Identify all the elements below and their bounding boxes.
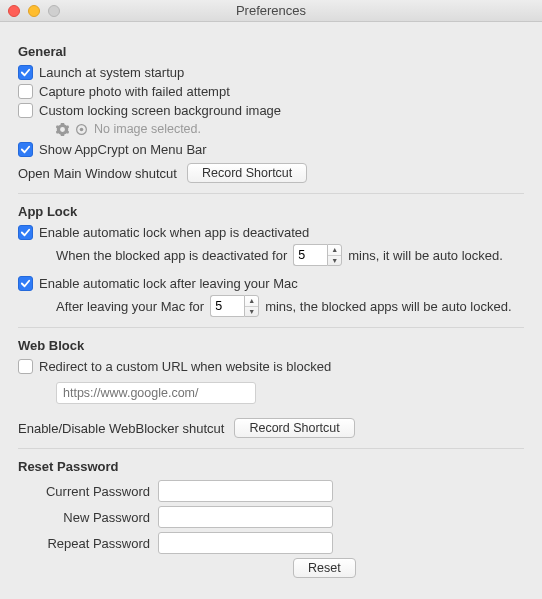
- leave-minutes-field[interactable]: ▲ ▼: [210, 295, 259, 317]
- show-menubar-checkbox[interactable]: Show AppCrypt on Menu Bar: [18, 142, 207, 157]
- divider: [18, 448, 524, 449]
- checkbox-icon: [18, 65, 33, 80]
- capture-photo-label: Capture photo with failed attempt: [39, 84, 230, 99]
- no-image-text: No image selected.: [94, 122, 201, 136]
- checkbox-icon: [18, 225, 33, 240]
- svg-point-1: [80, 127, 84, 131]
- preferences-body: General Launch at system startup Capture…: [0, 22, 542, 588]
- capture-photo-checkbox[interactable]: Capture photo with failed attempt: [18, 84, 230, 99]
- section-reset-heading: Reset Password: [18, 459, 524, 474]
- auto-lock-deactivated-label: Enable automatic lock when app is deacti…: [39, 225, 309, 240]
- reset-button[interactable]: Reset: [293, 558, 356, 578]
- deactivated-minutes-field[interactable]: ▲ ▼: [293, 244, 342, 266]
- auto-lock-leave-label: Enable automatic lock after leaving your…: [39, 276, 298, 291]
- checkbox-icon: [18, 103, 33, 118]
- stepper-down-icon[interactable]: ▼: [245, 307, 258, 317]
- titlebar: Preferences: [0, 0, 542, 22]
- deactivated-minutes-input[interactable]: [293, 244, 327, 266]
- checkbox-icon: [18, 84, 33, 99]
- repeat-password-input[interactable]: [158, 532, 333, 554]
- section-general-heading: General: [18, 44, 524, 59]
- text: When the blocked app is deactivated for: [56, 248, 287, 263]
- stepper-up-icon[interactable]: ▲: [245, 296, 258, 307]
- close-icon[interactable]: [8, 5, 20, 17]
- webblocker-shortcut-label: Enable/Disable WebBlocker shutcut: [18, 421, 224, 436]
- show-menubar-label: Show AppCrypt on Menu Bar: [39, 142, 207, 157]
- section-applock-heading: App Lock: [18, 204, 524, 219]
- open-main-shortcut-label: Open Main Window shutcut: [18, 166, 177, 181]
- stepper[interactable]: ▲ ▼: [327, 244, 342, 266]
- minimize-icon[interactable]: [28, 5, 40, 17]
- stepper-up-icon[interactable]: ▲: [328, 245, 341, 256]
- record-shortcut-button[interactable]: Record Shortcut: [234, 418, 354, 438]
- auto-lock-deactivated-checkbox[interactable]: Enable automatic lock when app is deacti…: [18, 225, 309, 240]
- auto-lock-leave-sentence: After leaving your Mac for ▲ ▼ mins, the…: [56, 295, 524, 317]
- new-password-input[interactable]: [158, 506, 333, 528]
- window-title: Preferences: [0, 3, 542, 18]
- checkbox-icon: [18, 359, 33, 374]
- leave-minutes-input[interactable]: [210, 295, 244, 317]
- current-password-label: Current Password: [18, 484, 158, 499]
- divider: [18, 193, 524, 194]
- launch-at-startup-checkbox[interactable]: Launch at system startup: [18, 65, 184, 80]
- redirect-url-input[interactable]: [56, 382, 256, 404]
- section-webblock-heading: Web Block: [18, 338, 524, 353]
- current-password-input[interactable]: [158, 480, 333, 502]
- new-password-label: New Password: [18, 510, 158, 525]
- divider: [18, 327, 524, 328]
- custom-bg-checkbox[interactable]: Custom locking screen background image: [18, 103, 281, 118]
- checkbox-icon: [18, 276, 33, 291]
- custom-bg-status: No image selected.: [56, 122, 524, 136]
- stepper-down-icon[interactable]: ▼: [328, 256, 341, 266]
- redirect-url-checkbox[interactable]: Redirect to a custom URL when website is…: [18, 359, 331, 374]
- checkbox-icon: [18, 142, 33, 157]
- target-icon[interactable]: [75, 123, 88, 136]
- auto-lock-leave-checkbox[interactable]: Enable automatic lock after leaving your…: [18, 276, 298, 291]
- stepper[interactable]: ▲ ▼: [244, 295, 259, 317]
- launch-at-startup-label: Launch at system startup: [39, 65, 184, 80]
- custom-bg-label: Custom locking screen background image: [39, 103, 281, 118]
- gear-icon[interactable]: [56, 123, 69, 136]
- window-controls: [8, 5, 60, 17]
- repeat-password-label: Repeat Password: [18, 536, 158, 551]
- text: After leaving your Mac for: [56, 299, 204, 314]
- text: mins, it will be auto locked.: [348, 248, 503, 263]
- redirect-url-label: Redirect to a custom URL when website is…: [39, 359, 331, 374]
- auto-lock-deactivated-sentence: When the blocked app is deactivated for …: [56, 244, 524, 266]
- maximize-icon[interactable]: [48, 5, 60, 17]
- text: mins, the blocked apps will be auto lock…: [265, 299, 511, 314]
- record-shortcut-button[interactable]: Record Shortcut: [187, 163, 307, 183]
